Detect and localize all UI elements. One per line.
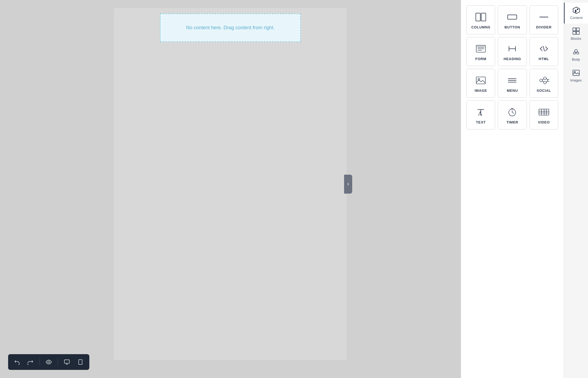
columns-label: COLUMNS <box>471 25 490 29</box>
sidebar-item-images-label: Images <box>570 78 582 82</box>
image-label: IMAGE <box>475 89 487 93</box>
svg-point-27 <box>547 79 549 82</box>
svg-point-0 <box>48 361 50 363</box>
svg-line-18 <box>543 46 544 51</box>
video-label: VIDEO <box>538 120 550 124</box>
toolbar-divider-2 <box>58 359 58 365</box>
content-grid: COLUMNS BUTTON DIVIDER FORM <box>466 5 558 129</box>
toolbar-divider-1 <box>40 359 40 365</box>
svg-line-37 <box>512 113 514 113</box>
content-item-social[interactable]: SOCIAL <box>530 69 558 98</box>
svg-rect-51 <box>573 31 576 34</box>
content-item-video[interactable]: VIDEO <box>530 100 558 129</box>
divider-label: DIVIDER <box>536 25 551 29</box>
button-label: BUTTON <box>505 25 520 29</box>
side-nav: Content Blocks Body Images <box>564 0 588 378</box>
svg-point-53 <box>575 50 577 52</box>
bottom-toolbar <box>8 354 89 370</box>
svg-line-28 <box>542 79 544 80</box>
sidebar-item-blocks-label: Blocks <box>571 37 581 41</box>
svg-point-55 <box>577 52 579 54</box>
sidebar-item-content[interactable]: Content <box>564 3 588 24</box>
content-item-image[interactable]: IMAGE <box>466 69 495 98</box>
svg-text:A: A <box>478 110 482 117</box>
svg-point-24 <box>540 79 543 82</box>
svg-rect-52 <box>576 31 579 34</box>
drop-zone-text: No content here. Drag content from right… <box>186 25 275 31</box>
content-item-divider[interactable]: DIVIDER <box>530 5 558 34</box>
menu-label: MENU <box>507 89 518 93</box>
sidebar-item-body-label: Body <box>572 57 580 61</box>
redo-button[interactable] <box>26 357 35 367</box>
content-item-heading[interactable]: HEADING <box>498 37 527 66</box>
svg-line-31 <box>546 81 548 83</box>
content-item-text[interactable]: A TEXT <box>466 100 495 129</box>
sidebar-item-images[interactable]: Images <box>564 65 588 86</box>
content-item-form[interactable]: FORM <box>466 37 495 66</box>
sidebar-item-body[interactable]: Body <box>564 44 588 65</box>
content-panel: COLUMNS BUTTON DIVIDER FORM <box>461 0 564 378</box>
svg-rect-1 <box>64 360 69 363</box>
undo-button[interactable] <box>12 357 22 367</box>
preview-button[interactable] <box>44 357 53 367</box>
svg-rect-6 <box>476 13 481 21</box>
svg-line-29 <box>542 81 544 82</box>
timer-label: TIMER <box>507 120 518 124</box>
svg-rect-47 <box>575 10 576 12</box>
desktop-button[interactable] <box>62 357 71 367</box>
content-item-button[interactable]: BUTTON <box>498 5 527 34</box>
heading-label: HEADING <box>504 57 521 61</box>
svg-point-26 <box>544 81 546 84</box>
canvas-page: No content here. Drag content from right… <box>114 8 347 360</box>
drop-zone[interactable]: No content here. Drag content from right… <box>160 14 301 42</box>
content-item-columns[interactable]: COLUMNS <box>466 5 495 34</box>
svg-rect-8 <box>508 15 517 19</box>
svg-line-30 <box>546 78 548 80</box>
svg-rect-48 <box>577 9 578 10</box>
svg-point-57 <box>574 71 575 73</box>
svg-rect-50 <box>576 28 579 31</box>
svg-rect-7 <box>481 13 486 21</box>
svg-point-54 <box>573 52 576 54</box>
form-label: FORM <box>475 57 486 61</box>
content-item-html[interactable]: HTML <box>530 37 558 66</box>
social-label: SOCIAL <box>537 89 551 93</box>
html-label: HTML <box>538 57 549 61</box>
content-item-timer[interactable]: TIMER <box>498 100 527 129</box>
mobile-button[interactable] <box>76 357 85 367</box>
content-item-menu[interactable]: MENU <box>498 69 527 98</box>
svg-rect-56 <box>573 70 579 76</box>
sidebar-item-blocks[interactable]: Blocks <box>564 24 588 44</box>
svg-rect-49 <box>573 28 576 31</box>
text-label: TEXT <box>476 120 486 124</box>
canvas-area: No content here. Drag content from right… <box>0 0 461 378</box>
svg-rect-14 <box>476 45 485 47</box>
svg-point-25 <box>544 77 546 80</box>
svg-rect-19 <box>476 77 485 84</box>
collapse-handle[interactable] <box>344 175 352 194</box>
sidebar-item-content-label: Content <box>570 16 583 20</box>
